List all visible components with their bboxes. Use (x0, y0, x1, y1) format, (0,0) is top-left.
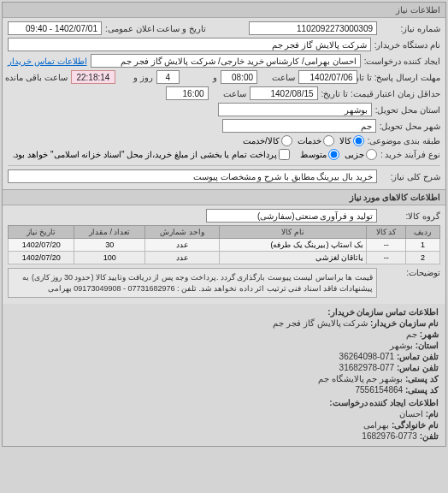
topic-label: طبقه بندی موضوعی: (368, 136, 440, 146)
radio-kala-input[interactable] (353, 135, 364, 146)
desc-label: توضیحات: (380, 268, 440, 277)
form-section: شماره نیاز: 1102092273000309 تاریخ و ساع… (3, 18, 445, 189)
announce-label: تاریخ و ساعت اعلان عمومی: (105, 24, 206, 33)
group-label: گروه کالا: (380, 211, 440, 221)
th-row: ردیف (405, 226, 439, 239)
radio-both[interactable]: کالا/خدمت (243, 135, 292, 146)
province-field: بوشهر (218, 103, 372, 116)
th-code: کد کالا (367, 226, 405, 239)
deadline-label: مهلت ارسال پاسخ: تا تاریخ: (361, 73, 440, 82)
table-row[interactable]: 2 -- یاتاقان لغزشی عدد 100 1402/07/20 (9, 252, 440, 264)
number-field: 1102092273000309 (249, 21, 377, 35)
items-title: اطلاعات کالاهای مورد نیاز (3, 189, 445, 205)
creator-title: اطلاعات ایجاد کننده درخواست: (329, 398, 439, 407)
requester-label: ایجاد کننده درخواست: (364, 56, 440, 66)
general-label: شرح کلی نیاز: (380, 172, 440, 181)
remaining-label: ساعت باقی مانده (8, 73, 68, 82)
radio-khadamat[interactable]: خدمات (298, 135, 334, 146)
table-row[interactable]: 1 -- بک استاپ (بیرینگ یک طرفه) عدد 30 14… (9, 239, 440, 252)
validity-label: حداقل زمان اعتبار قیمت: تا تاریخ: (321, 89, 440, 98)
time-label-1: ساعت (261, 73, 295, 82)
radio-jozi-input[interactable] (366, 149, 377, 160)
announce-field: 1402/07/01 - 09:40 (8, 21, 102, 35)
radio-both-input[interactable] (281, 135, 292, 146)
contact-link[interactable]: اطلاعات تماس خریدار (8, 56, 87, 66)
panel-title: اطلاعات نیاز (3, 3, 445, 18)
checkbox-note-input[interactable] (279, 149, 290, 160)
topic-radio-group: کالا خدمات کالا/خدمت (243, 135, 364, 146)
and-label: و (183, 73, 217, 82)
requester-field: احسان بهرامی/ کارشناس خرید خارجی/ شرکت پ… (91, 54, 361, 68)
general-field: خرید بال بیرینگ مطابق با شرح و مشخصات پی… (8, 169, 377, 183)
radio-motavaset[interactable]: متوسط (300, 149, 339, 160)
validity-time: 16:00 (166, 86, 209, 100)
province-label: استان محل تحویل: (375, 105, 440, 115)
items-table: ردیف کد کالا نام کالا واحد شمارش تعداد /… (8, 225, 440, 264)
th-qty: تعداد / مقدار (74, 226, 145, 239)
number-label: شماره نیاز: (380, 24, 440, 33)
contact-title: اطلاعات تماس سازمان خریدار: (327, 307, 439, 317)
radio-jozi[interactable]: جزیی (345, 149, 377, 160)
deadline-time: 08:00 (221, 70, 257, 84)
th-unit: واحد شمارش (144, 226, 219, 239)
time-label-2: ساعت (212, 89, 246, 98)
checkbox-note[interactable]: پرداخت تمام یا بخشی از مبلغ خرید،از محل … (13, 149, 290, 160)
days-field: 4 (156, 70, 180, 84)
city-field: جم (222, 119, 376, 133)
contact-section: اطلاعات تماس سازمان خریدار: نام سازمان خ… (3, 304, 445, 446)
day-label: روز و (119, 73, 153, 82)
deadline-date: 1402/07/06 (298, 70, 357, 84)
purchase-radio-group: جزیی متوسط (300, 149, 377, 160)
city-label: شهر محل تحویل: (380, 122, 440, 131)
radio-khadamat-input[interactable] (323, 135, 334, 146)
group-field: تولید و فرآوری صنعتی(سفارشی) (206, 209, 377, 223)
info-panel: اطلاعات نیاز شماره نیاز: 110209227300030… (2, 2, 446, 447)
remaining-field: 22:18:14 (71, 70, 115, 84)
th-name: نام کالا (219, 226, 367, 239)
desc-text: قیمت ها براساس لیست پیوست بارگذاری گردد … (8, 268, 377, 298)
radio-kala[interactable]: کالا (339, 135, 364, 146)
validity-date: 1402/08/15 (250, 86, 318, 100)
buyer-device-field: شرکت پالایش گاز فجر جم (8, 38, 371, 51)
buyer-device-label: نام دستگاه خریدار: (374, 40, 440, 50)
purchase-label: نوع فرآیند خرید : (380, 150, 440, 159)
radio-motavaset-input[interactable] (328, 149, 339, 160)
th-date: تاریخ نیاز (9, 226, 74, 239)
